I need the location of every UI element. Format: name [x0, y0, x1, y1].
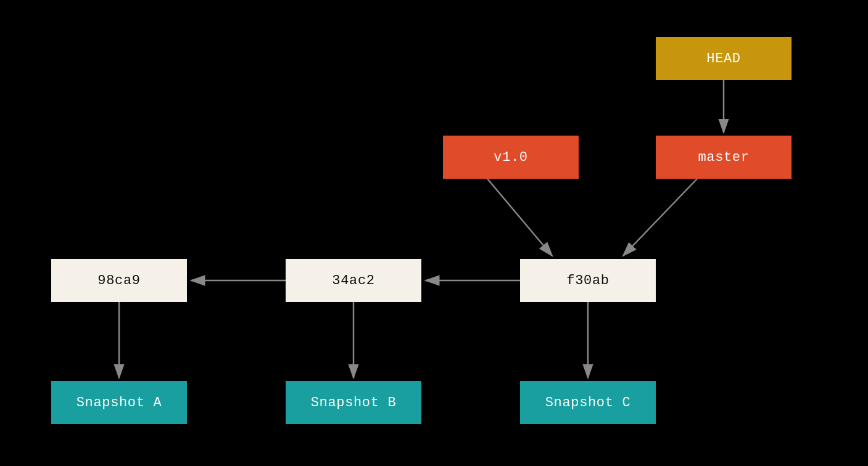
snapshot-b-label: Snapshot B [311, 395, 397, 411]
34ac2-label: 34ac2 [332, 273, 374, 288]
v1-0-label: v1.0 [494, 150, 527, 165]
snapshot-c-node: Snapshot C [520, 381, 656, 424]
34ac2-node: 34ac2 [286, 259, 421, 302]
v1-0-node: v1.0 [443, 136, 579, 179]
98ca9-label: 98ca9 [97, 273, 140, 288]
svg-line-2 [623, 179, 697, 256]
head-node: HEAD [656, 37, 792, 80]
head-label: HEAD [706, 51, 740, 67]
f30ab-node: f30ab [520, 259, 656, 302]
snapshot-a-node: Snapshot A [51, 381, 187, 424]
snapshot-a-label: Snapshot A [76, 395, 162, 411]
master-node: master [656, 136, 792, 179]
diagram: HEAD master v1.0 f30ab 34ac2 98ca9 Snaps… [0, 0, 868, 466]
svg-line-3 [487, 179, 552, 256]
snapshot-c-label: Snapshot C [545, 395, 631, 411]
98ca9-node: 98ca9 [51, 259, 187, 302]
master-label: master [698, 150, 749, 165]
f30ab-label: f30ab [566, 273, 609, 288]
snapshot-b-node: Snapshot B [286, 381, 421, 424]
